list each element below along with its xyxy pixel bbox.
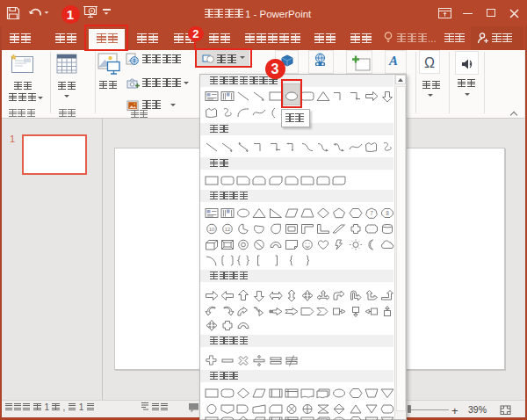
svg-text:8: 8 <box>386 210 389 216</box>
svg-text:12: 12 <box>225 227 231 232</box>
svg-text:7: 7 <box>370 210 373 216</box>
svg-text:10: 10 <box>208 227 214 232</box>
